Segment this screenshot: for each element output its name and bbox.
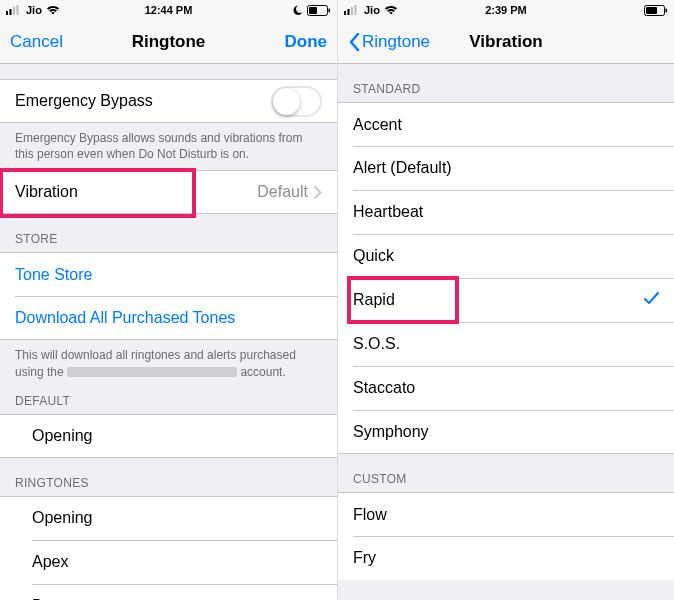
back-button[interactable]: Ringtone: [348, 32, 430, 52]
ringtone-label: Apex: [32, 553, 322, 571]
vibration-option-row[interactable]: Symphony: [338, 410, 674, 454]
status-bar: Jio 2:39 PM: [338, 0, 674, 20]
emergency-bypass-toggle[interactable]: [271, 86, 322, 117]
vibration-option-label: Alert (Default): [353, 159, 659, 177]
vibration-screen: Jio 2:39 PM Ringtone Vibration STANDARD …: [337, 0, 674, 600]
chevron-left-icon: [348, 32, 360, 52]
default-item-label: Opening: [32, 427, 322, 445]
nav-bar: Ringtone Vibration: [338, 20, 674, 64]
vibration-option-label: Fry: [353, 549, 659, 567]
vibration-option-row[interactable]: S.O.S.: [338, 322, 674, 366]
status-time: 2:39 PM: [338, 4, 674, 16]
emergency-bypass-row[interactable]: Emergency Bypass: [0, 79, 337, 123]
store-header: STORE: [0, 214, 337, 252]
vibration-option-row[interactable]: Accent: [338, 102, 674, 146]
vibration-option-row[interactable]: Staccato: [338, 366, 674, 410]
download-tones-label: Download All Purchased Tones: [15, 309, 322, 327]
emergency-bypass-label: Emergency Bypass: [15, 92, 271, 110]
standard-header: STANDARD: [338, 64, 674, 102]
checkmark-icon: [644, 291, 659, 309]
vibration-option-label: S.O.S.: [353, 335, 659, 353]
ringtone-screen: Jio 12:44 PM Cancel Ringtone Done Emerge…: [0, 0, 337, 600]
vibration-option-row[interactable]: Flow: [338, 492, 674, 536]
default-header: DEFAULT: [0, 388, 337, 414]
vibration-option-row[interactable]: Heartbeat: [338, 190, 674, 234]
vibration-option-label: Quick: [353, 247, 659, 265]
tone-store-label: Tone Store: [15, 266, 322, 284]
vibration-row[interactable]: Vibration Default: [0, 170, 337, 214]
chevron-right-icon: [314, 186, 322, 199]
ringtone-content: Emergency Bypass Emergency Bypass allows…: [0, 64, 337, 600]
vibration-option-label: Heartbeat: [353, 203, 659, 221]
vibration-option-row[interactable]: Quick: [338, 234, 674, 278]
vibration-value: Default: [257, 183, 308, 201]
done-button[interactable]: Done: [285, 32, 328, 52]
default-item-row[interactable]: Opening: [0, 414, 337, 458]
vibration-option-label: Rapid: [353, 291, 644, 309]
tone-store-row[interactable]: Tone Store: [0, 252, 337, 296]
nav-bar: Cancel Ringtone Done: [0, 20, 337, 64]
ringtone-label: Opening: [32, 509, 322, 527]
vibration-option-row[interactable]: Fry: [338, 536, 674, 580]
vibration-option-label: Accent: [353, 116, 659, 134]
vibration-option-row[interactable]: Rapid: [338, 278, 674, 322]
ringtone-row[interactable]: Apex: [0, 540, 337, 584]
vibration-option-label: Flow: [353, 506, 659, 524]
vibration-option-row[interactable]: Alert (Default): [338, 146, 674, 190]
store-caption: This will download all ringtones and ale…: [0, 340, 337, 387]
ringtones-header: RINGTONES: [0, 458, 337, 496]
vibration-label: Vibration: [15, 183, 257, 201]
status-time: 12:44 PM: [0, 4, 337, 16]
status-bar: Jio 12:44 PM: [0, 0, 337, 20]
vibration-option-label: Staccato: [353, 379, 659, 397]
download-tones-row[interactable]: Download All Purchased Tones: [0, 296, 337, 340]
cancel-button[interactable]: Cancel: [10, 32, 63, 52]
custom-header: CUSTOM: [338, 454, 674, 492]
ringtone-row[interactable]: Opening: [0, 496, 337, 540]
vibration-option-label: Symphony: [353, 423, 659, 441]
vibration-content: STANDARD Accent Alert (Default) Heartbea…: [338, 64, 674, 600]
emergency-bypass-caption: Emergency Bypass allows sounds and vibra…: [0, 123, 337, 170]
ringtone-row[interactable]: Beacon: [0, 584, 337, 600]
